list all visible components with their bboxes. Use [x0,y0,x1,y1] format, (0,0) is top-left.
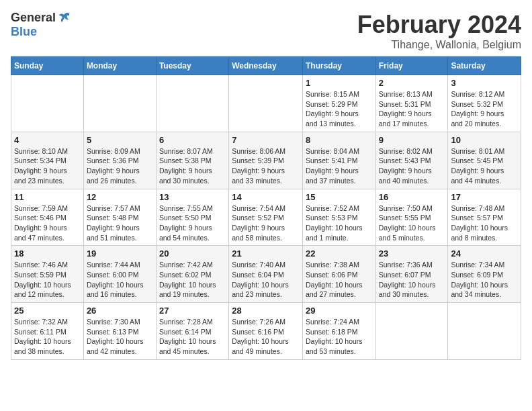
day-number: 5 [87,135,153,145]
day-number: 25 [14,306,81,316]
day-info: Sunrise: 8:06 AM Sunset: 5:39 PM Dayligh… [232,146,300,186]
day-info: Sunrise: 7:40 AM Sunset: 6:04 PM Dayligh… [232,260,300,300]
column-header-saturday: Saturday [448,57,521,75]
day-info: Sunrise: 7:26 AM Sunset: 6:16 PM Dayligh… [232,317,300,357]
calendar-cell: 17Sunrise: 7:48 AM Sunset: 5:57 PM Dayli… [448,189,521,246]
day-info: Sunrise: 7:32 AM Sunset: 6:11 PM Dayligh… [14,317,81,357]
day-info: Sunrise: 7:38 AM Sunset: 6:06 PM Dayligh… [306,260,373,300]
day-info: Sunrise: 7:42 AM Sunset: 6:02 PM Dayligh… [159,260,226,300]
day-number: 19 [87,248,153,259]
title-section: February 2024 Tihange, Wallonia, Belgium [357,11,521,51]
calendar-week-row: 18Sunrise: 7:46 AM Sunset: 5:59 PM Dayli… [11,246,521,303]
day-number: 18 [14,248,81,259]
calendar-cell [11,75,84,132]
day-number: 21 [232,248,300,259]
column-header-monday: Monday [83,57,156,75]
calendar-cell [83,75,156,132]
calendar-cell [229,75,303,132]
day-number: 3 [451,78,518,88]
day-number: 7 [232,135,300,145]
calendar-cell: 15Sunrise: 7:52 AM Sunset: 5:53 PM Dayli… [302,189,375,246]
calendar-cell: 6Sunrise: 8:07 AM Sunset: 5:38 PM Daylig… [156,132,228,189]
page-title: February 2024 [357,11,521,39]
day-number: 8 [306,135,373,145]
calendar-cell: 5Sunrise: 8:09 AM Sunset: 5:36 PM Daylig… [83,132,156,189]
day-number: 22 [306,248,373,259]
logo: General Blue [11,11,72,39]
calendar-cell [375,303,448,360]
calendar-cell: 2Sunrise: 8:13 AM Sunset: 5:31 PM Daylig… [375,75,448,132]
day-number: 16 [379,192,445,202]
calendar-cell: 24Sunrise: 7:34 AM Sunset: 6:09 PM Dayli… [448,246,521,303]
day-number: 29 [306,306,373,316]
column-header-wednesday: Wednesday [229,57,303,75]
day-info: Sunrise: 8:01 AM Sunset: 5:45 PM Dayligh… [451,146,518,186]
calendar-cell: 13Sunrise: 7:55 AM Sunset: 5:50 PM Dayli… [156,189,228,246]
day-info: Sunrise: 7:24 AM Sunset: 6:18 PM Dayligh… [306,317,373,357]
calendar-week-row: 25Sunrise: 7:32 AM Sunset: 6:11 PM Dayli… [11,303,521,360]
day-info: Sunrise: 7:44 AM Sunset: 6:00 PM Dayligh… [87,260,153,300]
day-number: 13 [159,192,226,202]
day-number: 1 [306,78,373,88]
logo-blue-text: Blue [11,26,72,39]
day-info: Sunrise: 8:07 AM Sunset: 5:38 PM Dayligh… [159,146,226,186]
calendar-cell: 11Sunrise: 7:59 AM Sunset: 5:46 PM Dayli… [11,189,84,246]
day-info: Sunrise: 7:57 AM Sunset: 5:48 PM Dayligh… [87,203,153,243]
day-number: 23 [379,248,445,259]
bird-icon [57,11,72,26]
page-subtitle: Tihange, Wallonia, Belgium [357,39,521,51]
calendar-cell: 16Sunrise: 7:50 AM Sunset: 5:55 PM Dayli… [375,189,448,246]
day-info: Sunrise: 7:30 AM Sunset: 6:13 PM Dayligh… [87,317,153,357]
column-header-sunday: Sunday [11,57,84,75]
day-number: 14 [232,192,300,202]
calendar-cell: 27Sunrise: 7:28 AM Sunset: 6:14 PM Dayli… [156,303,228,360]
day-info: Sunrise: 8:10 AM Sunset: 5:34 PM Dayligh… [14,146,81,186]
calendar-week-row: 4Sunrise: 8:10 AM Sunset: 5:34 PM Daylig… [11,132,521,189]
day-info: Sunrise: 8:02 AM Sunset: 5:43 PM Dayligh… [379,146,445,186]
calendar-table: SundayMondayTuesdayWednesdayThursdayFrid… [11,56,521,360]
day-number: 17 [451,192,518,202]
day-info: Sunrise: 8:12 AM Sunset: 5:32 PM Dayligh… [451,89,518,129]
calendar-cell: 28Sunrise: 7:26 AM Sunset: 6:16 PM Dayli… [229,303,303,360]
calendar-cell: 25Sunrise: 7:32 AM Sunset: 6:11 PM Dayli… [11,303,84,360]
day-number: 2 [379,78,445,88]
day-info: Sunrise: 7:36 AM Sunset: 6:07 PM Dayligh… [379,260,445,300]
calendar-cell [156,75,228,132]
day-info: Sunrise: 7:55 AM Sunset: 5:50 PM Dayligh… [159,203,226,243]
day-number: 4 [14,135,81,145]
calendar-week-row: 11Sunrise: 7:59 AM Sunset: 5:46 PM Dayli… [11,189,521,246]
day-info: Sunrise: 7:46 AM Sunset: 5:59 PM Dayligh… [14,260,81,300]
day-number: 28 [232,306,300,316]
day-number: 27 [159,306,226,316]
calendar-cell: 18Sunrise: 7:46 AM Sunset: 5:59 PM Dayli… [11,246,84,303]
day-info: Sunrise: 7:48 AM Sunset: 5:57 PM Dayligh… [451,203,518,243]
day-number: 10 [451,135,518,145]
day-info: Sunrise: 8:13 AM Sunset: 5:31 PM Dayligh… [379,89,445,129]
day-info: Sunrise: 7:28 AM Sunset: 6:14 PM Dayligh… [159,317,226,357]
calendar-cell: 21Sunrise: 7:40 AM Sunset: 6:04 PM Dayli… [229,246,303,303]
day-info: Sunrise: 7:34 AM Sunset: 6:09 PM Dayligh… [451,260,518,300]
day-info: Sunrise: 8:09 AM Sunset: 5:36 PM Dayligh… [87,146,153,186]
day-info: Sunrise: 8:15 AM Sunset: 5:29 PM Dayligh… [306,89,373,129]
calendar-cell: 8Sunrise: 8:04 AM Sunset: 5:41 PM Daylig… [302,132,375,189]
calendar-week-row: 1Sunrise: 8:15 AM Sunset: 5:29 PM Daylig… [11,75,521,132]
calendar-cell: 19Sunrise: 7:44 AM Sunset: 6:00 PM Dayli… [83,246,156,303]
calendar-cell: 26Sunrise: 7:30 AM Sunset: 6:13 PM Dayli… [83,303,156,360]
day-info: Sunrise: 7:54 AM Sunset: 5:52 PM Dayligh… [232,203,300,243]
day-number: 11 [14,192,81,202]
day-number: 6 [159,135,226,145]
day-number: 26 [87,306,153,316]
column-header-thursday: Thursday [302,57,375,75]
calendar-cell: 23Sunrise: 7:36 AM Sunset: 6:07 PM Dayli… [375,246,448,303]
calendar-cell: 7Sunrise: 8:06 AM Sunset: 5:39 PM Daylig… [229,132,303,189]
day-info: Sunrise: 7:59 AM Sunset: 5:46 PM Dayligh… [14,203,81,243]
column-header-friday: Friday [375,57,448,75]
calendar-header-row: SundayMondayTuesdayWednesdayThursdayFrid… [11,57,521,75]
calendar-cell: 20Sunrise: 7:42 AM Sunset: 6:02 PM Dayli… [156,246,228,303]
calendar-cell: 1Sunrise: 8:15 AM Sunset: 5:29 PM Daylig… [302,75,375,132]
day-number: 15 [306,192,373,202]
calendar-cell: 22Sunrise: 7:38 AM Sunset: 6:06 PM Dayli… [302,246,375,303]
header: General Blue February 2024 Tihange, Wall… [11,11,521,51]
day-info: Sunrise: 7:50 AM Sunset: 5:55 PM Dayligh… [379,203,445,243]
day-number: 12 [87,192,153,202]
